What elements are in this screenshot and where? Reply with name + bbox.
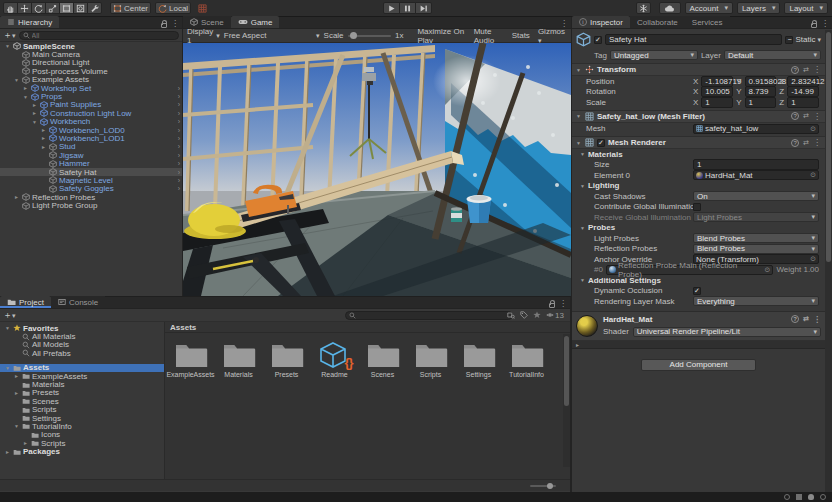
- object-picker-icon[interactable]: ⊙: [810, 255, 816, 263]
- panel-menu-icon[interactable]: [559, 299, 567, 308]
- layout-dropdown[interactable]: Layout: [784, 2, 828, 14]
- foldout-icon[interactable]: ▼: [576, 67, 582, 73]
- move-tool-button[interactable]: [17, 2, 32, 14]
- hierarchy-item-main-camera[interactable]: Main Camera: [0, 50, 182, 58]
- transform-component-header[interactable]: ▼ Transform ?⇄: [572, 63, 825, 76]
- hierarchy-item-light-probe-group[interactable]: Light Probe Group: [0, 201, 182, 209]
- presets-icon[interactable]: ⇄: [803, 139, 809, 147]
- component-menu-icon[interactable]: [813, 315, 821, 324]
- hierarchy-search-input[interactable]: [32, 32, 175, 39]
- search-by-label-icon[interactable]: [520, 311, 528, 319]
- pivot-toggle-button[interactable]: Center: [110, 2, 151, 14]
- foldout-icon[interactable]: ►: [40, 144, 47, 150]
- presets-icon[interactable]: ⇄: [803, 112, 809, 120]
- component-menu-icon[interactable]: [813, 112, 821, 121]
- asset-materials[interactable]: Materials: [219, 341, 258, 378]
- project-search-input[interactable]: [358, 312, 509, 319]
- project-item-scripts[interactable]: Scripts: [0, 406, 164, 414]
- favorites-star-icon[interactable]: [533, 311, 541, 319]
- game-viewport[interactable]: [183, 43, 571, 296]
- project-item-all-models[interactable]: All Models: [0, 341, 164, 349]
- mute-audio-button[interactable]: Mute Audio: [472, 27, 506, 45]
- materials-foldout[interactable]: ▼Materials: [572, 149, 825, 160]
- hierarchy-search[interactable]: [19, 31, 179, 40]
- project-item-all-materials[interactable]: All Materials: [0, 332, 164, 340]
- static-checkbox[interactable]: −: [785, 36, 793, 44]
- lighting-foldout[interactable]: ▼Lighting: [572, 181, 825, 192]
- open-prefab-icon[interactable]: ›: [178, 160, 180, 167]
- foldout-icon[interactable]: ►: [31, 110, 38, 116]
- object-name-field[interactable]: Safety Hat: [605, 34, 782, 45]
- add-component-button[interactable]: Add Component: [641, 359, 756, 371]
- foldout-icon[interactable]: ►: [22, 85, 29, 91]
- mesh-object-field[interactable]: safety_hat_low ⊙: [693, 124, 819, 134]
- foldout-icon[interactable]: ►: [40, 135, 47, 141]
- foldout-icon[interactable]: ▼: [4, 325, 11, 331]
- asset-readme[interactable]: {}Readme: [315, 341, 354, 378]
- materials-size-field[interactable]: 1: [693, 159, 819, 170]
- tab-hierarchy[interactable]: Hierarchy: [0, 16, 59, 28]
- cache-server-icon[interactable]: [796, 494, 802, 500]
- rotate-tool-button[interactable]: [31, 2, 46, 14]
- icon-size-slider[interactable]: [530, 485, 556, 487]
- foldout-icon[interactable]: ►: [22, 440, 29, 446]
- assets-scrollbar[interactable]: [563, 334, 570, 467]
- project-item-icons[interactable]: Icons: [0, 431, 164, 439]
- play-button[interactable]: [383, 2, 400, 14]
- object-picker-icon[interactable]: ⊙: [810, 125, 816, 133]
- project-item-packages[interactable]: ►Packages: [0, 447, 164, 455]
- open-prefab-icon[interactable]: ›: [178, 143, 180, 150]
- activity-icon[interactable]: [820, 494, 826, 500]
- progress-icon[interactable]: [784, 494, 790, 500]
- hierarchy-item-jigsaw[interactable]: Jigsaw›: [0, 151, 182, 159]
- hierarchy-item-workshop-set[interactable]: ►Workshop Set›: [0, 84, 182, 92]
- presets-icon[interactable]: ⇄: [803, 315, 809, 323]
- element0-material-field[interactable]: HardHat_Mat ⊙: [693, 170, 819, 180]
- lock-icon[interactable]: [811, 23, 817, 28]
- grid-snapping-button[interactable]: [195, 2, 210, 14]
- assets-breadcrumb[interactable]: Assets: [165, 322, 570, 333]
- panel-menu-icon[interactable]: [171, 19, 179, 28]
- active-checkbox[interactable]: ✓: [594, 36, 602, 44]
- rendering-layer-mask-dropdown[interactable]: Everything: [693, 296, 819, 306]
- hierarchy-item-workbench-lod1[interactable]: ►Workbench_LOD1›: [0, 134, 182, 142]
- transform-tool-button[interactable]: [73, 2, 88, 14]
- notification-icon[interactable]: [808, 494, 814, 500]
- create-button[interactable]: ＋: [3, 29, 16, 42]
- scale-slider[interactable]: [348, 35, 391, 37]
- tab-scene[interactable]: Scene: [183, 16, 231, 28]
- stats-button[interactable]: Stats: [510, 31, 532, 40]
- rotation-y-field[interactable]: 8.739: [745, 86, 777, 97]
- custom-tool-button[interactable]: [87, 2, 102, 14]
- asset-settings[interactable]: Settings: [459, 341, 498, 378]
- object-picker-icon[interactable]: ⊙: [810, 171, 816, 179]
- collab-cloud-button[interactable]: [659, 2, 681, 14]
- hierarchy-item-post-process-volume[interactable]: Post-process Volume: [0, 67, 182, 75]
- component-menu-icon[interactable]: [813, 138, 821, 147]
- help-icon[interactable]: ?: [791, 112, 799, 120]
- rotation-x-field[interactable]: 10.005: [701, 86, 733, 97]
- scale-tool-button[interactable]: [45, 2, 60, 14]
- pause-button[interactable]: [399, 2, 416, 14]
- open-prefab-icon[interactable]: ›: [178, 152, 180, 159]
- material-preview-strip[interactable]: ▸: [572, 341, 825, 349]
- open-prefab-icon[interactable]: ›: [178, 101, 180, 108]
- scale-z-field[interactable]: 1: [787, 97, 819, 108]
- foldout-icon[interactable]: ▼: [31, 119, 38, 125]
- foldout-icon[interactable]: ▼: [4, 365, 11, 371]
- foldout-icon[interactable]: ▼: [576, 113, 582, 119]
- scale-y-field[interactable]: 1: [745, 97, 777, 108]
- hierarchy-item-samplescene[interactable]: ▼SampleScene: [0, 42, 182, 50]
- foldout-icon[interactable]: ▼: [13, 423, 20, 429]
- position-z-field[interactable]: 2.832412: [787, 76, 819, 87]
- material-header[interactable]: HardHat_Mat ?⇄ Shader Universal Render P…: [572, 311, 825, 341]
- foldout-icon[interactable]: ▼: [22, 94, 29, 100]
- layers-dropdown[interactable]: Layers: [737, 2, 781, 14]
- space-toggle-button[interactable]: Local: [155, 2, 191, 14]
- asset-tutorialinfo[interactable]: TutorialInfo: [507, 341, 546, 378]
- maximize-on-play-button[interactable]: Maximize On Play: [415, 27, 467, 45]
- probes-foldout[interactable]: ▼Probes: [572, 223, 825, 234]
- lock-icon[interactable]: [549, 303, 555, 308]
- open-prefab-icon[interactable]: ›: [178, 177, 180, 184]
- foldout-icon[interactable]: ►: [40, 127, 47, 133]
